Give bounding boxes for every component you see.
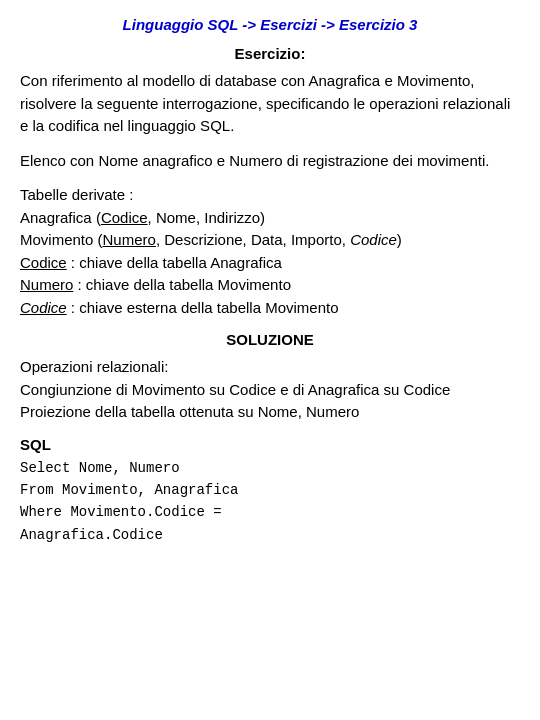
join-line: Congiunzione di Movimento su Codice e di…	[20, 381, 450, 398]
code-line-1: Select Nome, Numero	[20, 460, 180, 476]
page-title: Linguaggio SQL -> Esercizi -> Esercizio …	[20, 16, 520, 33]
numero-key-underline: Numero	[20, 276, 73, 293]
projection-line: Proiezione della tabella ottenuta su Nom…	[20, 403, 359, 420]
sql-label: SQL	[20, 436, 520, 453]
sql-code-block: Select Nome, Numero From Movimento, Anag…	[20, 457, 520, 547]
tables-section: Tabelle derivate : Anagrafica (Codice, N…	[20, 184, 520, 319]
code-line-2: From Movimento, Anagrafica	[20, 482, 238, 498]
codice-key: Codice : chiave della tabella Anagrafica	[20, 254, 282, 271]
codice-italic: Codice	[350, 231, 397, 248]
operations-section: Operazioni relazionali: Congiunzione di …	[20, 356, 520, 424]
code-line-4: Anagrafica.Codice	[20, 527, 163, 543]
anagrafica-line: Anagrafica (Codice, Nome, Indirizzo)	[20, 209, 265, 226]
movimento-line: Movimento (Numero, Descrizione, Data, Im…	[20, 231, 402, 248]
codice-fk-italic-underline: Codice	[20, 299, 67, 316]
operations-label: Operazioni relazionali:	[20, 358, 168, 375]
exercise-section-label: Esercizio:	[20, 45, 520, 62]
codice-key-underline: Codice	[20, 254, 67, 271]
exercise-request: Elenco con Nome anagrafico e Numero di r…	[20, 150, 520, 173]
codice-underline: Codice	[101, 209, 148, 226]
code-line-3: Where Movimento.Codice =	[20, 504, 222, 520]
numero-underline: Numero	[103, 231, 156, 248]
exercise-description: Con riferimento al modello di database c…	[20, 70, 520, 138]
solution-section-label: SOLUZIONE	[20, 331, 520, 348]
numero-key: Numero : chiave della tabella Movimento	[20, 276, 291, 293]
codice-fk: Codice : chiave esterna della tabella Mo…	[20, 299, 339, 316]
tables-label: Tabelle derivate :	[20, 186, 133, 203]
